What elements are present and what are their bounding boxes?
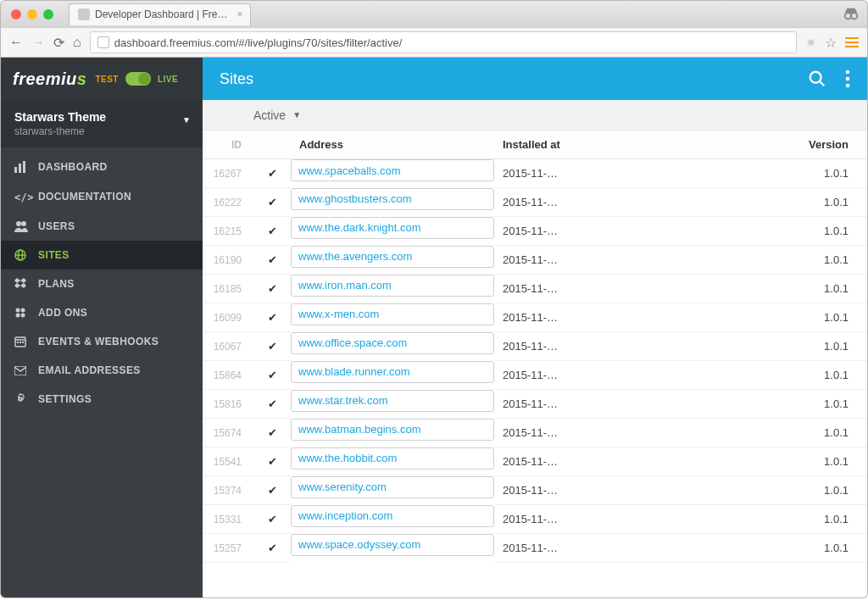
cell-installed-at: 2015-11-19 09:13:32 bbox=[494, 476, 570, 505]
table-row[interactable]: 15374✔www.serenity.com2015-11-19 09:13:3… bbox=[203, 476, 867, 505]
table-row[interactable]: 16222✔www.ghostbusters.com2015-11-25 14:… bbox=[203, 188, 867, 217]
cell-installed-at: 2015-11-22 18:47:20 bbox=[494, 390, 570, 419]
sidebar-item-documentation[interactable]: </>DOCUMENTATION bbox=[1, 181, 203, 212]
site-link[interactable]: www.x-men.com bbox=[298, 308, 379, 320]
product-title: Starwars Theme bbox=[14, 110, 189, 124]
table-row[interactable]: 16215✔www.the.dark.knight.com2015-11-25 … bbox=[203, 217, 867, 246]
close-tab-icon[interactable]: × bbox=[237, 8, 243, 20]
chrome-menu-button[interactable] bbox=[845, 35, 859, 50]
topbar: Sites bbox=[203, 58, 867, 100]
back-button[interactable]: ← bbox=[9, 35, 23, 50]
table-row[interactable]: 16190✔www.the.avengers.com2015-11-25 09:… bbox=[203, 246, 867, 275]
sidebar-item-users[interactable]: USERS bbox=[1, 212, 203, 241]
cell-id: 16185 bbox=[203, 275, 253, 303]
svg-point-6 bbox=[16, 221, 21, 226]
url-text: dashboard.freemius.com/#/live/plugins/70… bbox=[114, 36, 403, 49]
cell-version: 1.0.1 bbox=[570, 332, 867, 361]
nav: DASHBOARD</>DOCUMENTATIONUSERSSITESPLANS… bbox=[1, 147, 203, 414]
table-row[interactable]: 15541✔www.the.hobbit.com2015-11-20 09:05… bbox=[203, 447, 867, 476]
site-link[interactable]: www.the.dark.knight.com bbox=[298, 221, 421, 234]
sidebar-item-email-addresses[interactable]: EMAIL ADDRESSES bbox=[1, 356, 203, 385]
cell-installed-at: 2015-11-25 21:05:00 bbox=[494, 159, 570, 188]
table-row[interactable]: 15331✔www.inception.com2015-11-18 23:54:… bbox=[203, 505, 867, 534]
cell-version: 1.0.1 bbox=[570, 217, 867, 246]
site-link[interactable]: www.spaceballs.com bbox=[298, 164, 401, 177]
cell-address: www.iron.man.com bbox=[291, 275, 494, 297]
cell-version: 1.0.1 bbox=[570, 390, 867, 419]
table-row[interactable]: 16267✔www.spaceballs.com2015-11-25 21:05… bbox=[203, 159, 867, 188]
svg-point-1 bbox=[845, 13, 851, 19]
site-link[interactable]: www.batman.begins.com bbox=[298, 423, 421, 436]
table-row[interactable]: 16185✔www.iron.man.com2015-11-25 08:40:2… bbox=[203, 275, 867, 303]
check-icon: ✔ bbox=[253, 188, 291, 217]
site-link[interactable]: www.space.odyssey.com bbox=[298, 538, 420, 551]
site-link[interactable]: www.office.space.com bbox=[298, 336, 407, 349]
close-window-button[interactable] bbox=[11, 9, 21, 19]
more-icon[interactable] bbox=[845, 69, 850, 88]
address-bar[interactable]: dashboard.freemius.com/#/live/plugins/70… bbox=[90, 31, 797, 53]
search-icon[interactable] bbox=[808, 69, 826, 88]
extension-icon[interactable]: ✷ bbox=[805, 35, 816, 51]
cell-installed-at: 2015-11-21 11:32:14 bbox=[494, 419, 570, 447]
sidebar-item-sites[interactable]: SITES bbox=[1, 241, 203, 269]
table-row[interactable]: 16099✔www.x-men.com2015-11-24 17:21:181.… bbox=[203, 303, 867, 332]
filter-bar[interactable]: Active ▼ bbox=[203, 100, 867, 131]
col-installed-at[interactable]: Installed at bbox=[494, 131, 570, 159]
table-row[interactable]: 15257✔www.space.odyssey.com2015-11-18 13… bbox=[203, 534, 867, 563]
minimize-window-button[interactable] bbox=[27, 9, 37, 19]
cell-installed-at: 2015-11-24 17:21:18 bbox=[494, 303, 570, 332]
col-id[interactable]: ID bbox=[203, 131, 253, 159]
col-address[interactable]: Address bbox=[291, 131, 494, 159]
site-link[interactable]: www.ghostbusters.com bbox=[298, 192, 412, 205]
zoom-window-button[interactable] bbox=[43, 9, 53, 19]
site-link[interactable]: www.star.trek.com bbox=[298, 394, 387, 407]
site-link[interactable]: www.serenity.com bbox=[298, 481, 387, 493]
page-title: Sites bbox=[220, 70, 253, 88]
bookmark-icon[interactable]: ☆ bbox=[825, 35, 837, 51]
table-row[interactable]: 16067✔www.office.space.com2015-11-24 13:… bbox=[203, 332, 867, 361]
forward-button[interactable]: → bbox=[31, 35, 45, 50]
product-selector[interactable]: Starwars Theme starwars-theme ▼ bbox=[1, 100, 203, 147]
code-icon: </> bbox=[14, 190, 28, 203]
table-row[interactable]: 15864✔www.blade.runner.com2015-11-23 04:… bbox=[203, 361, 867, 390]
site-link[interactable]: www.the.hobbit.com bbox=[298, 452, 397, 464]
table-header-row: ID Address Installed at Version bbox=[203, 131, 867, 159]
cell-address: www.spaceballs.com bbox=[291, 159, 494, 181]
env-toggle[interactable] bbox=[125, 72, 151, 86]
sidebar-item-label: DOCUMENTATION bbox=[38, 191, 131, 203]
cell-address: www.blade.runner.com bbox=[291, 361, 494, 383]
table-row[interactable]: 15816✔www.star.trek.com2015-11-22 18:47:… bbox=[203, 390, 867, 419]
svg-point-29 bbox=[846, 84, 850, 88]
users-icon bbox=[14, 220, 28, 232]
cell-version: 1.0.1 bbox=[570, 303, 867, 332]
sidebar-item-add-ons[interactable]: ADD ONS bbox=[1, 298, 203, 327]
table-row[interactable]: 15674✔www.batman.begins.com2015-11-21 11… bbox=[203, 419, 867, 447]
sidebar-item-plans[interactable]: PLANS bbox=[1, 269, 203, 298]
cell-id: 16215 bbox=[203, 217, 253, 246]
sidebar-item-settings[interactable]: SETTINGS bbox=[1, 385, 203, 414]
site-link[interactable]: www.iron.man.com bbox=[298, 279, 392, 292]
col-version[interactable]: Version bbox=[570, 131, 867, 159]
site-link[interactable]: www.the.avengers.com bbox=[298, 250, 412, 263]
cell-address: www.inception.com bbox=[291, 505, 494, 527]
topbar-actions bbox=[808, 69, 850, 88]
check-icon: ✔ bbox=[253, 419, 291, 447]
table-scroll[interactable]: ID Address Installed at Version 16267✔ww… bbox=[203, 131, 867, 597]
site-link[interactable]: www.blade.runner.com bbox=[298, 365, 410, 378]
browser-toolbar: ← → ⟳ ⌂ dashboard.freemius.com/#/live/pl… bbox=[0, 27, 868, 58]
svg-rect-23 bbox=[22, 342, 24, 343]
sidebar-item-label: EMAIL ADDRESSES bbox=[38, 364, 141, 376]
browser-tab[interactable]: Developer Dashboard | Fre… × bbox=[69, 3, 251, 25]
sidebar-item-events-webhooks[interactable]: EVENTS & WEBHOOKS bbox=[1, 327, 203, 356]
home-button[interactable]: ⌂ bbox=[73, 35, 81, 50]
svg-point-27 bbox=[846, 70, 850, 75]
browser-tab-strip: Developer Dashboard | Fre… × bbox=[0, 0, 868, 27]
cell-address: www.star.trek.com bbox=[291, 390, 494, 412]
sidebar-item-dashboard[interactable]: DASHBOARD bbox=[1, 153, 203, 181]
site-link[interactable]: www.inception.com bbox=[298, 509, 392, 522]
cell-installed-at: 2015-11-25 08:40:26 bbox=[494, 275, 570, 303]
check-icon: ✔ bbox=[253, 505, 291, 534]
reload-button[interactable]: ⟳ bbox=[53, 35, 64, 51]
check-icon: ✔ bbox=[253, 246, 291, 275]
product-slug: starwars-theme bbox=[14, 125, 189, 137]
